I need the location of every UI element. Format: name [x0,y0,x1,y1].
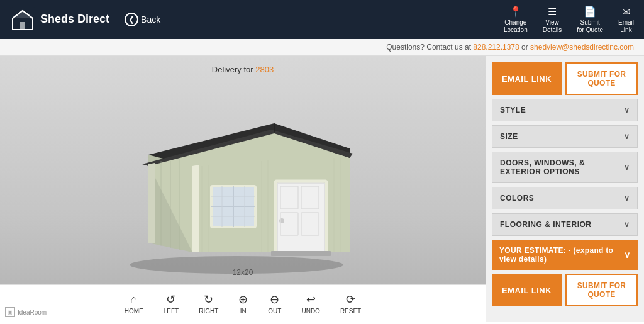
info-text: Questions? Contact us at [386,43,473,52]
toolbar-reset[interactable]: ⟳ RESET [340,293,361,315]
main: Delivery for 2803 [0,56,644,322]
toolbar-left-label: LEFT [164,308,179,315]
change-location-label: ChangeLocation [504,19,528,34]
toolbar-zoom-out[interactable]: ⊖ OUT [268,293,281,315]
info-or: or [521,43,530,52]
svg-point-23 [279,218,284,223]
accordion-doors-windows[interactable]: DOORS, WINDOWS, & EXTERIOR OPTIONS ∨ [492,152,638,183]
accordion-flooring-interior-chevron: ∨ [624,220,630,229]
viewer: Delivery for 2803 [0,56,486,322]
submit-quote-button-top[interactable]: SUBMIT FOR QUOTE [565,62,638,95]
estimate-label: YOUR ESTIMATE: - (expand to view details… [499,246,624,264]
info-bar: Questions? Contact us at 828.212.1378 or… [0,39,644,56]
accordion-style-label: STYLE [500,106,526,115]
toolbar-right[interactable]: ↻ RIGHT [199,293,218,315]
idea-room-icon: ▣ [5,307,15,317]
idea-room-label: IdeaRoom [18,309,47,316]
estimate-bar[interactable]: YOUR ESTIMATE: - (expand to view details… [492,240,638,270]
toolbar: ⌂ HOME ↺ LEFT ↻ RIGHT ⊕ IN ⊖ OUT [0,284,486,322]
accordion-doors-windows-chevron: ∨ [624,163,630,172]
svg-marker-12 [192,165,199,252]
accordion-size[interactable]: SIZE ∨ [492,125,638,148]
toolbar-home[interactable]: ⌂ HOME [125,293,143,315]
email-link-button-bottom[interactable]: EMAIL LINK [492,274,562,306]
rotate-left-icon: ↺ [166,293,175,306]
accordion-style-chevron: ∨ [624,106,630,115]
submit-quote-button-bottom[interactable]: SUBMIT FOR QUOTE [565,274,638,306]
phone-link[interactable]: 828.212.1378 [473,43,519,52]
accordion-flooring-interior-label: FLOORING & INTERIOR [500,220,592,229]
shed-size-label: 12x20 [233,268,253,277]
svg-rect-28 [271,251,331,256]
email-link-info[interactable]: shedview@shedsdirectinc.com [530,43,634,52]
top-buttons: EMAIL LINK SUBMIT FOR QUOTE [492,62,638,95]
document-icon: 📄 [584,6,596,18]
rotate-right-icon: ↻ [204,293,213,306]
accordion-size-chevron: ∨ [624,132,630,141]
email-nav-icon: ✉ [622,6,630,18]
zoom-in-icon: ⊕ [238,293,248,306]
accordion-flooring-interior[interactable]: FLOORING & INTERIOR ∨ [492,213,638,236]
logo-icon [10,7,35,32]
submit-quote-nav-label: Submitfor Quote [577,19,603,34]
idea-room-badge: ▣ IdeaRoom [5,307,47,317]
svg-marker-13 [148,163,155,243]
toolbar-undo-label: UNDO [301,308,319,315]
bottom-buttons: EMAIL LINK SUBMIT FOR QUOTE [492,274,638,306]
nav-action-submit-quote[interactable]: 📄 Submitfor Quote [577,6,603,34]
list-icon: ☰ [548,6,557,18]
nav-actions: 📍 ChangeLocation ☰ ViewDetails 📄 Submitf… [504,6,634,34]
email-link-button-top[interactable]: EMAIL LINK [492,62,562,95]
toolbar-reset-label: RESET [340,308,361,315]
back-button[interactable]: ❮ Back [125,13,160,26]
accordion-style[interactable]: STYLE ∨ [492,99,638,121]
zoom-out-icon: ⊖ [270,293,279,306]
shed-area: 12x20 [0,56,486,284]
toolbar-right-label: RIGHT [199,308,218,315]
accordion-colors-label: COLORS [500,194,534,203]
back-circle-icon: ❮ [125,13,138,26]
toolbar-zoom-in[interactable]: ⊕ IN [238,293,248,315]
undo-icon: ↩ [306,293,316,306]
toolbar-zoom-out-label: OUT [268,308,281,315]
header: Sheds Direct ❮ Back 📍 ChangeLocation ☰ V… [0,0,644,39]
back-label: Back [141,14,160,25]
nav-action-change-location[interactable]: 📍 ChangeLocation [504,6,528,34]
shed-svg [111,86,375,268]
accordion-colors-chevron: ∨ [624,194,630,203]
toolbar-home-label: HOME [125,308,143,315]
shed-illustration [111,86,375,274]
reset-icon: ⟳ [346,293,355,306]
nav-action-view-details[interactable]: ☰ ViewDetails [543,6,562,34]
accordion-colors[interactable]: COLORS ∨ [492,187,638,209]
nav-action-email[interactable]: ✉ EmailLink [618,6,634,34]
accordion-doors-windows-label: DOORS, WINDOWS, & EXTERIOR OPTIONS [500,159,624,176]
accordion-size-label: SIZE [500,132,518,141]
toolbar-zoom-in-label: IN [240,308,247,315]
location-icon: 📍 [509,6,522,18]
svg-rect-5 [20,22,25,30]
right-panel: EMAIL LINK SUBMIT FOR QUOTE STYLE ∨ SIZE… [486,56,644,322]
logo-area: Sheds Direct ❮ Back [10,7,160,32]
toolbar-left[interactable]: ↺ LEFT [164,293,179,315]
toolbar-undo[interactable]: ↩ UNDO [301,293,319,315]
logo-box: Sheds Direct [10,7,109,32]
logo-text: Sheds Direct [40,13,109,26]
email-nav-label: EmailLink [618,19,634,34]
home-icon: ⌂ [130,293,137,306]
estimate-chevron: ∨ [624,250,630,260]
view-details-label: ViewDetails [543,19,562,34]
